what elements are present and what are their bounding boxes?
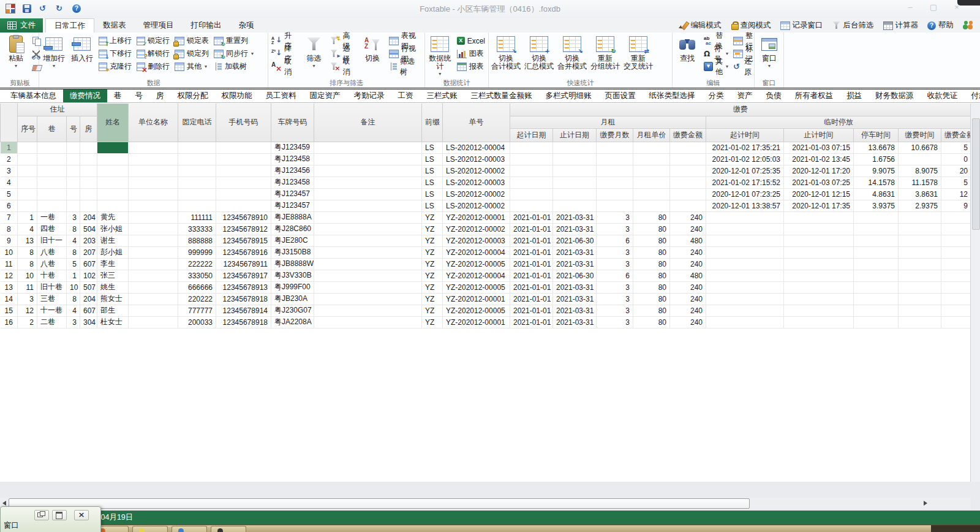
ribbon-filter-button[interactable]: 筛选▾ [301, 34, 328, 69]
cell[interactable] [216, 177, 271, 188]
column-header-end-time[interactable]: 止计时间 [784, 128, 854, 142]
cell[interactable]: 8 [67, 223, 80, 235]
cell[interactable]: 80 [633, 281, 670, 293]
cell[interactable]: 粤JE8888A [271, 211, 314, 223]
cell[interactable] [633, 188, 670, 200]
cell[interactable]: 2021-03-31 [553, 293, 597, 305]
row-number[interactable]: 16 [1, 316, 18, 328]
cell[interactable] [67, 165, 80, 177]
cell[interactable]: 3 [597, 258, 633, 270]
cell[interactable] [314, 142, 422, 153]
column-header-docno[interactable]: 单号 [443, 104, 510, 142]
cell[interactable]: 8 [18, 246, 37, 258]
table-tab-13[interactable]: 多栏式明细账 [539, 89, 598, 102]
cell[interactable]: 十一巷 [37, 305, 67, 316]
mdi-close-button[interactable] [74, 510, 89, 520]
cell[interactable] [37, 153, 67, 165]
cell[interactable] [80, 142, 97, 153]
cell[interactable]: 2021-01-01 [510, 223, 553, 235]
cell[interactable]: YZ-202012-00001 [443, 211, 510, 223]
cell[interactable] [633, 200, 670, 211]
cell[interactable] [784, 223, 854, 235]
cell[interactable]: YZ [422, 211, 443, 223]
cell[interactable] [854, 211, 899, 223]
cell[interactable] [553, 142, 597, 153]
cell[interactable]: 粤J123459 [271, 142, 314, 153]
table-tab-14[interactable]: 页面设置 [598, 89, 643, 102]
cell[interactable] [899, 270, 941, 281]
cell[interactable]: 2 [18, 316, 37, 328]
cell[interactable] [784, 211, 854, 223]
cell[interactable]: 4 [18, 223, 37, 235]
cell[interactable]: 二巷 [37, 316, 67, 328]
cell[interactable]: 507 [80, 281, 97, 293]
cell[interactable] [510, 153, 553, 165]
cell[interactable]: 11.1578 [899, 177, 941, 188]
cell[interactable] [784, 246, 854, 258]
cell[interactable]: 20 [941, 165, 971, 177]
table-tab-4[interactable]: 房 [149, 89, 171, 102]
ribbon-data-stats-button[interactable]: 数据统计▾ [426, 34, 454, 77]
cell[interactable]: 12345678910 [216, 211, 271, 223]
row-number[interactable]: 1 [1, 142, 18, 153]
cell[interactable] [314, 281, 422, 293]
cell[interactable]: 四巷 [37, 223, 67, 235]
cell[interactable] [314, 305, 422, 316]
cell[interactable]: 邵生 [97, 305, 129, 316]
cell[interactable]: YZ-202012-00003 [443, 235, 510, 246]
cell[interactable]: 14.1578 [854, 177, 899, 188]
cell[interactable]: 80 [633, 223, 670, 235]
cell[interactable]: 2021-01-01 [510, 293, 553, 305]
cell[interactable] [899, 153, 941, 165]
cell[interactable]: 杜女士 [97, 316, 129, 328]
cell[interactable]: 1.6756 [854, 153, 899, 165]
cell[interactable]: 粤J28C860 [271, 223, 314, 235]
cell[interactable] [941, 270, 971, 281]
ribbon-restore-button[interactable]: 还原 [731, 60, 755, 73]
cell[interactable]: 2021-03-31 [553, 211, 597, 223]
taskbar-button[interactable] [211, 526, 246, 532]
column-header-company[interactable]: 单位名称 [129, 104, 178, 142]
cell[interactable] [899, 246, 941, 258]
taskbar-button[interactable] [132, 526, 168, 532]
cell[interactable]: 2021-01-02 12:05:03 [706, 153, 784, 165]
cell[interactable]: LS-202012-00002 [443, 200, 510, 211]
ribbon-paste-button[interactable]: 粘贴▾ [2, 34, 29, 69]
cell[interactable]: 2021-01-01 [510, 246, 553, 258]
cell[interactable]: 10 [18, 270, 37, 281]
edit-mode-button[interactable]: 编辑模式 [680, 20, 722, 31]
cell[interactable]: 666666 [178, 281, 216, 293]
cell[interactable] [67, 153, 80, 165]
cell[interactable]: 2020-12-01 07:23:25 [706, 188, 784, 200]
maximize-button[interactable]: ▢ [927, 2, 940, 12]
cell[interactable]: YZ [422, 316, 443, 328]
cell[interactable] [633, 142, 670, 153]
cell[interactable]: 12345678918 [216, 293, 271, 305]
row-number[interactable]: 13 [1, 281, 18, 293]
cell[interactable]: 2021-01-02 17:35:21 [706, 142, 784, 153]
ribbon-chart-button[interactable]: 图表 [455, 47, 487, 60]
cell[interactable]: 80 [633, 293, 670, 305]
column-header-plate[interactable]: 车牌号码 [271, 104, 314, 142]
cell[interactable]: YZ [422, 235, 443, 246]
cell[interactable]: 12345678915 [216, 235, 271, 246]
ribbon-recross-stats-button[interactable]: 重新 交叉统计 [622, 34, 654, 72]
foxtable-logo-button[interactable] [5, 3, 16, 14]
cell[interactable] [899, 293, 941, 305]
cell[interactable]: YZ [422, 246, 443, 258]
cell[interactable]: LS [422, 165, 443, 177]
cell[interactable]: 2021-03-31 [553, 316, 597, 328]
cell[interactable]: 2021-01-03 07:25 [784, 177, 854, 188]
cell[interactable] [97, 188, 129, 200]
cell[interactable]: 504 [80, 223, 97, 235]
ribbon-toggle-total-mode-button[interactable]: 切换 合计模式 [490, 34, 522, 72]
cell[interactable]: YZ [422, 281, 443, 293]
cell[interactable] [129, 235, 178, 246]
ribbon-filter-tree-button[interactable]: 筛选树 [387, 60, 423, 73]
column-header-prefix[interactable]: 前缀 [422, 104, 443, 142]
cell[interactable]: 111111 [178, 211, 216, 223]
group-header-temporary[interactable]: 临时停放 [706, 116, 971, 128]
cell[interactable]: 4 [67, 235, 80, 246]
cell[interactable] [97, 200, 129, 211]
cell[interactable] [178, 188, 216, 200]
